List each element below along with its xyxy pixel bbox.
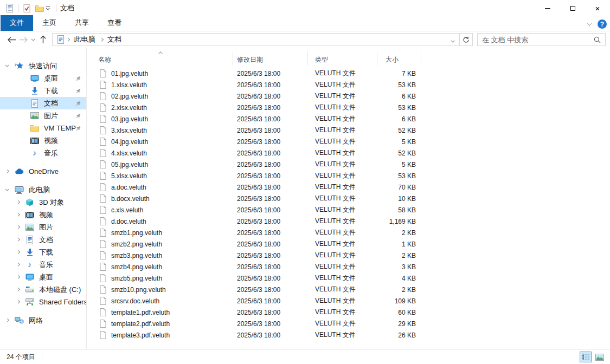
sidebar-section-this-pc[interactable]: 此电脑	[0, 184, 86, 196]
up-button[interactable]	[37, 34, 49, 46]
minimize-button[interactable]	[535, 0, 560, 16]
sidebar-item-pictures-2[interactable]: 图片	[0, 221, 86, 233]
file-name: d.doc.veluth	[111, 218, 146, 225]
sidebar-item-videos-5[interactable]: 视频	[0, 134, 86, 147]
column-header-date-modified[interactable]: 修改日期	[233, 51, 308, 66]
file-date: 2025/6/3 18:00	[233, 252, 308, 259]
sidebar-item-drive-7[interactable]: 本地磁盘 (C:)	[0, 283, 86, 296]
table-row[interactable]: 02.jpg.veluth2025/6/3 18:00VELUTH 文件6 KB	[87, 90, 610, 102]
sidebar-item-label: 本地磁盘 (C:)	[39, 285, 81, 295]
large-icons-view-button[interactable]	[594, 352, 606, 362]
address-bar[interactable]: 此电脑 文档	[52, 33, 460, 46]
table-row[interactable]: a.doc.veluth2025/6/3 18:00VELUTH 文件70 KB	[87, 181, 610, 193]
table-row[interactable]: 03.jpg.veluth2025/6/3 18:00VELUTH 文件6 KB	[87, 113, 610, 125]
address-dropdown-icon[interactable]	[448, 35, 458, 44]
column-header-name[interactable]: 名称	[87, 51, 233, 66]
file-size: 2 KB	[377, 286, 421, 294]
sidebar-item-folder-4[interactable]: VM TEMP	[0, 122, 86, 134]
maximize-icon	[570, 6, 575, 11]
chevron-right-icon[interactable]	[15, 276, 21, 278]
file-name-cell: 01.jpg.veluth	[87, 69, 233, 77]
chevron-right-icon[interactable]	[15, 226, 21, 229]
close-button[interactable]: ×	[585, 0, 610, 16]
table-row[interactable]: b.docx.veluth2025/6/3 18:00VELUTH 文件10 K…	[87, 193, 610, 204]
chevron-right-icon[interactable]	[15, 201, 21, 204]
table-row[interactable]: template1.pdf.veluth2025/6/3 18:00VELUTH…	[87, 307, 610, 318]
sidebar-item-desktop-6[interactable]: 桌面	[0, 271, 86, 283]
table-row[interactable]: 04.jpg.veluth2025/6/3 18:00VELUTH 文件5 KB	[87, 136, 610, 147]
back-button[interactable]	[5, 34, 17, 46]
sidebar-item-videos-1[interactable]: 视频	[0, 209, 86, 221]
help-button[interactable]: ?	[598, 20, 607, 29]
table-row[interactable]: srcsrv.doc.veluth2025/6/3 18:00VELUTH 文件…	[87, 295, 610, 307]
breadcrumb-chevron-icon[interactable]	[100, 38, 103, 41]
chevron-down-icon[interactable]	[4, 188, 10, 191]
details-view-button[interactable]	[580, 352, 592, 362]
forward-button[interactable]	[17, 34, 29, 46]
table-row[interactable]: 3.xlsx.veluth2025/6/3 18:00VELUTH 文件52 K…	[87, 125, 610, 136]
chevron-right-icon[interactable]	[15, 213, 21, 216]
sidebar-item-download-4[interactable]: 下载	[0, 246, 86, 258]
table-row[interactable]: smzb5.png.veluth2025/6/3 18:00VELUTH 文件4…	[87, 272, 610, 284]
sidebar-section-quick-access[interactable]: 快速访问	[0, 60, 86, 72]
search-icon[interactable]	[589, 36, 605, 43]
checkmark-icon[interactable]	[22, 4, 31, 12]
table-row[interactable]: smzb2.png.veluth2025/6/3 18:00VELUTH 文件1…	[87, 238, 610, 250]
table-row[interactable]: template2.pdf.veluth2025/6/3 18:00VELUTH…	[87, 318, 610, 329]
sidebar-section-network[interactable]: 网络	[0, 314, 86, 327]
refresh-button[interactable]	[460, 33, 473, 46]
breadcrumb-documents[interactable]: 文档	[104, 35, 125, 44]
expand-ribbon-icon[interactable]	[587, 21, 592, 25]
table-row[interactable]: c.xls.veluth2025/6/3 18:00VELUTH 文件58 KB	[87, 204, 610, 216]
sidebar-item-network-drive-8[interactable]: Shared Folders (\\	[0, 296, 86, 308]
table-row[interactable]: 4.xlsx.veluth2025/6/3 18:00VELUTH 文件52 K…	[87, 147, 610, 159]
file-size: 52 KB	[377, 150, 421, 157]
column-header-size[interactable]: 大小	[377, 51, 421, 66]
chevron-right-icon[interactable]	[15, 238, 21, 241]
search-input[interactable]	[478, 36, 589, 44]
sidebar-item-pictures-3[interactable]: 图片	[0, 109, 86, 122]
file-date: 2025/6/3 18:00	[233, 70, 308, 77]
file-date: 2025/6/3 18:00	[233, 195, 308, 203]
table-row[interactable]: smzb1.png.veluth2025/6/3 18:00VELUTH 文件2…	[87, 227, 610, 238]
sidebar-item-cube-0[interactable]: 3D 对象	[0, 196, 86, 209]
sidebar-item-music-6[interactable]: ♪音乐	[0, 147, 86, 159]
tab-share[interactable]: 共享	[66, 15, 98, 31]
tab-view[interactable]: 查看	[98, 15, 131, 31]
recent-locations-dropdown[interactable]	[29, 34, 37, 46]
chevron-right-icon[interactable]	[15, 263, 21, 266]
table-row[interactable]: 2.xlsx.veluth2025/6/3 18:00VELUTH 文件53 K…	[87, 102, 610, 113]
chevron-right-icon[interactable]	[15, 288, 21, 291]
table-row[interactable]: smzb3.png.veluth2025/6/3 18:00VELUTH 文件2…	[87, 250, 610, 261]
table-row[interactable]: 1.xlsx.veluth2025/6/3 18:00VELUTH 文件53 K…	[87, 79, 610, 90]
desktop-icon	[25, 273, 34, 281]
sidebar-item-document-2[interactable]: 文档	[0, 97, 86, 109]
maximize-button[interactable]	[560, 0, 585, 16]
chevron-down-icon[interactable]	[4, 64, 10, 67]
tab-file[interactable]: 文件	[1, 15, 33, 31]
chevron-right-icon[interactable]	[4, 170, 10, 173]
toolbar-customize-caret-icon[interactable]	[46, 6, 50, 10]
table-row[interactable]: d.doc.veluth2025/6/3 18:00VELUTH 文件1,169…	[87, 216, 610, 227]
table-row[interactable]: 01.jpg.veluth2025/6/3 18:00VELUTH 文件7 KB	[87, 68, 610, 79]
table-row[interactable]: 5.xlsx.veluth2025/6/3 18:00VELUTH 文件53 K…	[87, 170, 610, 181]
column-header-type[interactable]: 类型	[308, 51, 377, 66]
sidebar-item-desktop-0[interactable]: 桌面	[0, 72, 86, 84]
sidebar-item-music-5[interactable]: ♪音乐	[0, 258, 86, 271]
chevron-right-icon[interactable]	[15, 251, 21, 253]
table-row[interactable]: smzb10.png.veluth2025/6/3 18:00VELUTH 文件…	[87, 284, 610, 295]
table-row[interactable]: template3.pdf.veluth2025/6/3 18:00VELUTH…	[87, 329, 610, 341]
breadcrumb-this-pc[interactable]: 此电脑	[71, 35, 99, 44]
sidebar-item-document-3[interactable]: 文档	[0, 233, 86, 246]
tab-home[interactable]: 主页	[33, 15, 66, 31]
table-row[interactable]: smzb4.png.veluth2025/6/3 18:00VELUTH 文件3…	[87, 261, 610, 272]
file-icon	[98, 92, 107, 100]
sidebar-section-onedrive[interactable]: OneDrive	[0, 165, 86, 178]
table-row[interactable]: 05.jpg.veluth2025/6/3 18:00VELUTH 文件5 KB	[87, 159, 610, 170]
sidebar-item-download-1[interactable]: 下载	[0, 84, 86, 97]
file-type: VELUTH 文件	[308, 228, 377, 237]
chevron-right-icon[interactable]	[15, 301, 21, 303]
folder-icon[interactable]	[35, 5, 44, 12]
chevron-right-icon[interactable]	[4, 319, 10, 322]
breadcrumb-chevron-icon[interactable]	[66, 38, 69, 41]
